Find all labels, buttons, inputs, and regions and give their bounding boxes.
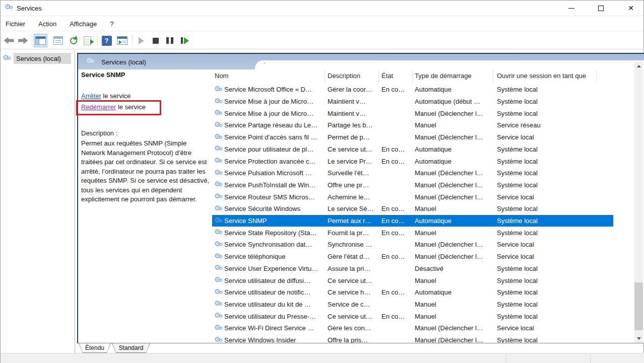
- menu-affichage[interactable]: Affichage: [70, 20, 97, 28]
- toolbar: ?: [1, 32, 643, 49]
- menu-fichier[interactable]: Fichier: [6, 20, 25, 28]
- column-header-description[interactable]: Description: [328, 72, 360, 80]
- restart-service-icon[interactable]: [178, 34, 191, 47]
- service-gear-icon: ⚙⚙: [214, 86, 223, 94]
- service-row[interactable]: ⚙⚙Service Partage réseau du Le…Partage l…: [212, 119, 613, 131]
- service-logon-as-cell: Système local: [497, 229, 611, 237]
- service-row[interactable]: ⚙⚙Service utilisateur du kit de …Service…: [212, 299, 613, 311]
- service-logon-as-cell: Système local: [497, 110, 611, 117]
- service-name-cell: Service Wi-Fi Direct Service …: [224, 324, 314, 332]
- column-header-nom[interactable]: Nom: [215, 72, 228, 80]
- service-description-cell: Gère les con…: [328, 324, 381, 332]
- service-row[interactable]: ⚙⚙Service Pulsation Microsoft …Surveille…: [212, 167, 613, 179]
- service-row[interactable]: ⚙⚙Service SNMPPermet aux r…En co…Automat…: [212, 215, 613, 227]
- service-logon-as-cell: Service local: [497, 133, 611, 141]
- service-startup-type-cell: Automatique (début …: [415, 98, 497, 105]
- service-name-cell: Service téléphonique: [224, 253, 285, 260]
- show-console-tree-icon[interactable]: [34, 34, 47, 47]
- scrollbar-thumb[interactable]: [634, 282, 643, 330]
- service-description-cell: Le service Pr…: [328, 158, 381, 165]
- service-description-cell: Offre la pris…: [328, 336, 381, 343]
- scroll-down-icon[interactable]: [634, 334, 643, 343]
- close-icon[interactable]: ×: [619, 1, 642, 16]
- back-icon[interactable]: [2, 34, 16, 47]
- console-tree-panel: ⚙⚙ Services (local): [1, 50, 75, 353]
- service-gear-icon: ⚙⚙: [214, 109, 223, 117]
- service-row[interactable]: ⚙⚙Service State Repository (Sta…Fournit …: [212, 227, 613, 239]
- service-row[interactable]: ⚙⚙Service Microsoft Office « D…Gérer la …: [212, 84, 613, 96]
- service-row[interactable]: ⚙⚙Service PushToInstall de Win…Offre une…: [212, 179, 613, 191]
- tab-standard-label: Standard: [112, 343, 150, 352]
- pause-service-icon[interactable]: [163, 34, 176, 47]
- tree-item-label: Services (local): [16, 55, 61, 62]
- service-status-cell: En co…: [381, 86, 415, 93]
- maximize-icon[interactable]: [589, 1, 612, 16]
- tab-standard[interactable]: Standard: [112, 343, 150, 353]
- help-icon[interactable]: ?: [100, 34, 113, 47]
- annotation-red-box: [76, 100, 161, 115]
- service-row[interactable]: ⚙⚙Service Wi-Fi Direct Service …Gère les…: [212, 322, 613, 334]
- service-row[interactable]: ⚙⚙Service utilisateur de diffusi…Ce serv…: [212, 274, 613, 286]
- list-scrollbar[interactable]: [634, 62, 643, 343]
- service-startup-type-cell: Manuel: [415, 301, 497, 308]
- export-list-icon[interactable]: [81, 34, 94, 47]
- service-description-cell: Ce service ut…: [328, 313, 381, 320]
- list-column-headers: Nom Description État Type de démarrage O…: [212, 70, 633, 83]
- service-row[interactable]: ⚙⚙Service Mise à jour de Micro…Maintient…: [212, 107, 613, 119]
- service-row[interactable]: ⚙⚙Service Windows InsiderOffre la pris…M…: [212, 334, 613, 343]
- service-gear-icon: ⚙⚙: [214, 157, 223, 165]
- service-gear-icon: ⚙⚙: [214, 181, 223, 189]
- service-status-cell: En co…: [381, 217, 415, 225]
- service-row[interactable]: ⚙⚙Service utilisateur du Presse-…Ce serv…: [212, 310, 613, 322]
- service-description-cell: Achemine le…: [328, 193, 381, 201]
- service-gear-icon: ⚙⚙: [214, 276, 223, 284]
- menu-help[interactable]: ?: [110, 20, 113, 28]
- stop-service-line: Arrêter le service: [81, 92, 131, 100]
- service-logon-as-cell: Système local: [497, 181, 611, 189]
- tab-etendu[interactable]: Étendu: [79, 343, 111, 353]
- column-header-etat[interactable]: État: [381, 72, 393, 80]
- service-row[interactable]: ⚙⚙Service Protection avancée c…Le servic…: [212, 155, 613, 167]
- sort-ascending-icon: ˆ: [264, 62, 266, 68]
- refresh-icon[interactable]: [67, 34, 80, 47]
- description-label: Description :: [81, 129, 117, 137]
- status-bar: [1, 353, 644, 363]
- service-name-cell: Service utilisateur de notific…: [224, 288, 310, 296]
- column-header-type-demarrage[interactable]: Type de démarrage: [415, 72, 472, 80]
- service-description-cell: Gère l'état d…: [328, 253, 381, 260]
- stop-service-icon[interactable]: [149, 34, 162, 47]
- menu-action[interactable]: Action: [38, 20, 56, 28]
- service-row[interactable]: ⚙⚙Service Mise à jour de Micro…Maintient…: [212, 96, 613, 108]
- service-startup-type-cell: Manuel: [415, 121, 497, 129]
- stop-service-link[interactable]: Arrêter: [81, 92, 101, 100]
- service-gear-icon: ⚙⚙: [214, 98, 223, 106]
- forward-icon[interactable]: [16, 34, 30, 47]
- service-name-cell: Service utilisateur de diffusi…: [224, 277, 310, 284]
- service-name-cell: Service Mise à jour de Micro…: [224, 110, 313, 117]
- minimize-icon[interactable]: [560, 1, 583, 16]
- tab-etendu-label: Étendu: [79, 343, 110, 352]
- service-gear-icon: ⚙⚙: [214, 169, 223, 177]
- stop-service-suffix: le service: [101, 92, 131, 100]
- service-row[interactable]: ⚙⚙Service Point d'accès sans fil …Permet…: [212, 131, 613, 143]
- service-description-cell: Ce service ut…: [328, 146, 381, 153]
- service-row[interactable]: ⚙⚙Service téléphoniqueGère l'état d…En c…: [212, 251, 613, 263]
- service-row[interactable]: ⚙⚙Service Synchronisation dat…Synchronis…: [212, 239, 613, 251]
- service-row[interactable]: ⚙⚙Service Sécurité WindowsLe service Sé……: [212, 203, 613, 215]
- service-gear-icon: ⚙⚙: [214, 145, 223, 153]
- properties-icon[interactable]: [51, 34, 65, 47]
- column-header-ouvrir-session[interactable]: Ouvrir une session en tant que: [497, 72, 586, 80]
- service-startup-type-cell: Manuel (Déclencher l…: [415, 110, 497, 117]
- service-gear-icon: ⚙⚙: [214, 288, 223, 297]
- service-row[interactable]: ⚙⚙Service User Experience Virtu…Assure l…: [212, 263, 613, 275]
- service-row[interactable]: ⚙⚙Service utilisateur de notific…Ce serv…: [212, 286, 613, 299]
- show-taskpad-icon[interactable]: [115, 34, 129, 47]
- service-description-cell: Fournit la pr…: [328, 229, 381, 237]
- start-service-icon[interactable]: [135, 34, 148, 47]
- tree-item-services-local[interactable]: ⚙⚙ Services (local): [3, 53, 61, 64]
- tab-strip-line: [78, 343, 644, 343]
- service-gear-icon: ⚙⚙: [214, 133, 223, 141]
- service-row[interactable]: ⚙⚙Service pour utilisateur de pl…Ce serv…: [212, 143, 613, 156]
- service-row[interactable]: ⚙⚙Service Routeur SMS Micros…Achemine le…: [212, 191, 613, 203]
- scroll-up-icon[interactable]: [634, 62, 643, 70]
